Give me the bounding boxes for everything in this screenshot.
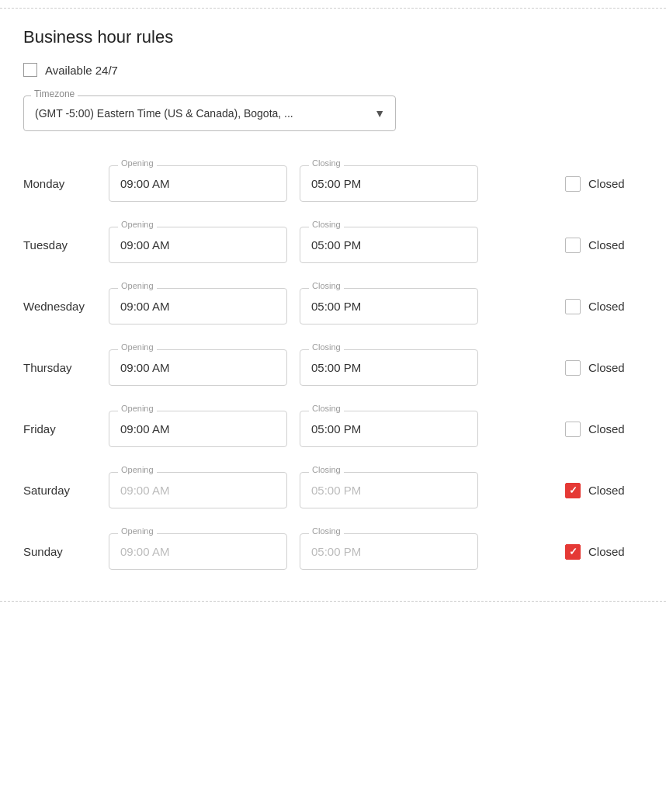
opening-label-wednesday: Opening xyxy=(118,281,157,290)
time-fields: Opening09:00 AMClosing05:00 PM xyxy=(109,411,550,447)
day-name-monday: Monday xyxy=(23,177,109,190)
opening-wrapper-thursday: Opening09:00 AM xyxy=(109,349,287,386)
opening-wrapper-sunday: Opening09:00 AM xyxy=(109,533,287,570)
time-fields: Opening09:00 AMClosing05:00 PM xyxy=(109,533,550,570)
closed-label-tuesday: Closed xyxy=(588,238,625,252)
day-name-saturday: Saturday xyxy=(23,484,109,497)
opening-wrapper-friday: Opening09:00 AM xyxy=(109,411,287,447)
closed-wrapper-monday: Closed xyxy=(565,176,643,192)
closed-checkbox-friday[interactable] xyxy=(565,422,581,437)
day-name-tuesday: Tuesday xyxy=(23,238,109,252)
timezone-dropdown[interactable]: (GMT -5:00) Eastern Time (US & Canada), … xyxy=(23,95,396,131)
closing-wrapper-monday: Closing05:00 PM xyxy=(300,165,478,202)
closing-wrapper-friday: Closing05:00 PM xyxy=(300,411,478,447)
time-fields: Opening09:00 AMClosing05:00 PM xyxy=(109,227,550,263)
closing-wrapper-wednesday: Closing05:00 PM xyxy=(300,288,478,324)
closed-wrapper-saturday: Closed xyxy=(565,483,643,498)
opening-wrapper-wednesday: Opening09:00 AM xyxy=(109,288,287,324)
time-fields: Opening09:00 AMClosing05:00 PM xyxy=(109,472,550,508)
closing-input-tuesday[interactable]: 05:00 PM xyxy=(300,227,478,263)
timezone-label: Timezone xyxy=(31,88,78,99)
closing-label-thursday: Closing xyxy=(309,342,344,352)
closed-label-sunday: Closed xyxy=(588,545,625,558)
day-row: MondayOpening09:00 AMClosing05:00 PMClos… xyxy=(23,153,643,214)
closing-label-tuesday: Closing xyxy=(309,220,344,229)
days-container: MondayOpening09:00 AMClosing05:00 PMClos… xyxy=(23,153,643,582)
closing-input-thursday[interactable]: 05:00 PM xyxy=(300,349,478,386)
day-row: WednesdayOpening09:00 AMClosing05:00 PMC… xyxy=(23,276,643,337)
time-fields: Opening09:00 AMClosing05:00 PM xyxy=(109,349,550,386)
closed-wrapper-sunday: Closed xyxy=(565,544,643,560)
opening-input-monday[interactable]: 09:00 AM xyxy=(109,165,287,202)
closing-wrapper-tuesday: Closing05:00 PM xyxy=(300,227,478,263)
available-24-7-checkbox[interactable] xyxy=(23,63,37,77)
closing-input-friday[interactable]: 05:00 PM xyxy=(300,411,478,447)
opening-wrapper-monday: Opening09:00 AM xyxy=(109,165,287,202)
opening-label-friday: Opening xyxy=(118,404,157,413)
opening-input-sunday[interactable]: 09:00 AM xyxy=(109,533,287,570)
closing-input-sunday[interactable]: 05:00 PM xyxy=(300,533,478,570)
opening-label-saturday: Opening xyxy=(118,465,157,474)
closed-wrapper-wednesday: Closed xyxy=(565,299,643,314)
closing-wrapper-saturday: Closing05:00 PM xyxy=(300,472,478,508)
closed-checkbox-wednesday[interactable] xyxy=(565,299,581,314)
closed-label-thursday: Closed xyxy=(588,361,625,374)
closed-wrapper-thursday: Closed xyxy=(565,360,643,376)
time-fields: Opening09:00 AMClosing05:00 PM xyxy=(109,288,550,324)
closed-checkbox-tuesday[interactable] xyxy=(565,238,581,253)
opening-input-wednesday[interactable]: 09:00 AM xyxy=(109,288,287,324)
closed-label-friday: Closed xyxy=(588,422,625,435)
opening-input-friday[interactable]: 09:00 AM xyxy=(109,411,287,447)
closing-label-friday: Closing xyxy=(309,404,344,413)
closed-checkbox-sunday[interactable] xyxy=(565,544,581,560)
closing-input-saturday[interactable]: 05:00 PM xyxy=(300,472,478,508)
opening-input-tuesday[interactable]: 09:00 AM xyxy=(109,227,287,263)
closed-label-saturday: Closed xyxy=(588,484,625,497)
closed-checkbox-saturday[interactable] xyxy=(565,483,581,498)
closed-checkbox-thursday[interactable] xyxy=(565,360,581,376)
closing-input-wednesday[interactable]: 05:00 PM xyxy=(300,288,478,324)
timezone-value: (GMT -5:00) Eastern Time (US & Canada), … xyxy=(35,107,293,120)
available-24-7-label: Available 24/7 xyxy=(45,64,118,77)
day-name-wednesday: Wednesday xyxy=(23,300,109,313)
page-title: Business hour rules xyxy=(23,27,643,47)
closing-input-monday[interactable]: 05:00 PM xyxy=(300,165,478,202)
closed-wrapper-tuesday: Closed xyxy=(565,238,643,253)
day-name-friday: Friday xyxy=(23,422,109,435)
closed-label-monday: Closed xyxy=(588,177,625,190)
opening-label-thursday: Opening xyxy=(118,342,157,352)
closing-wrapper-thursday: Closing05:00 PM xyxy=(300,349,478,386)
closing-label-saturday: Closing xyxy=(309,465,344,474)
opening-input-thursday[interactable]: 09:00 AM xyxy=(109,349,287,386)
day-row: SundayOpening09:00 AMClosing05:00 PMClos… xyxy=(23,521,643,582)
closed-label-wednesday: Closed xyxy=(588,300,625,313)
day-row: TuesdayOpening09:00 AMClosing05:00 PMClo… xyxy=(23,214,643,276)
time-fields: Opening09:00 AMClosing05:00 PM xyxy=(109,165,550,202)
opening-label-monday: Opening xyxy=(118,158,157,168)
opening-label-sunday: Opening xyxy=(118,526,157,536)
opening-label-tuesday: Opening xyxy=(118,220,157,229)
day-row: ThursdayOpening09:00 AMClosing05:00 PMCl… xyxy=(23,337,643,398)
day-row: FridayOpening09:00 AMClosing05:00 PMClos… xyxy=(23,398,643,460)
opening-wrapper-saturday: Opening09:00 AM xyxy=(109,472,287,508)
closing-label-wednesday: Closing xyxy=(309,281,344,290)
closing-label-sunday: Closing xyxy=(309,526,344,536)
day-row: SaturdayOpening09:00 AMClosing05:00 PMCl… xyxy=(23,460,643,521)
closing-label-monday: Closing xyxy=(309,158,344,168)
opening-wrapper-tuesday: Opening09:00 AM xyxy=(109,227,287,263)
day-name-sunday: Sunday xyxy=(23,545,109,558)
opening-input-saturday[interactable]: 09:00 AM xyxy=(109,472,287,508)
closed-wrapper-friday: Closed xyxy=(565,422,643,437)
day-name-thursday: Thursday xyxy=(23,361,109,374)
closed-checkbox-monday[interactable] xyxy=(565,176,581,192)
closing-wrapper-sunday: Closing05:00 PM xyxy=(300,533,478,570)
